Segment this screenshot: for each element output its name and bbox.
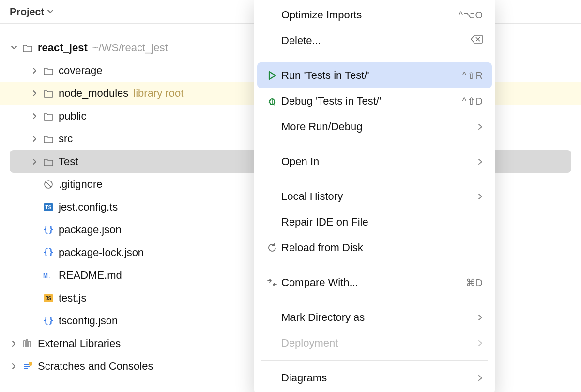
menu-item-local-history[interactable]: Local History <box>257 183 492 209</box>
chevron-right-icon[interactable] <box>31 90 38 97</box>
svg-text:{}: {} <box>43 316 54 325</box>
project-path: ~/WS/react_jest <box>92 42 168 54</box>
svg-text:M↓: M↓ <box>43 272 51 279</box>
menu-separator <box>261 179 488 179</box>
menu-item-delete[interactable]: Delete... <box>257 28 492 53</box>
tree-label: package.json <box>59 224 122 236</box>
tree-label: jest.config.ts <box>59 201 118 213</box>
menu-separator <box>261 300 488 300</box>
svg-line-23 <box>269 102 270 103</box>
chevron-down-icon[interactable] <box>11 45 17 51</box>
menu-item-debug-tests[interactable]: Debug 'Tests in Test/' ^⇧D <box>257 88 492 114</box>
svg-text:{}: {} <box>43 225 54 234</box>
menu-label: Open In <box>281 155 474 168</box>
menu-label: Reload from Disk <box>281 241 483 254</box>
tree-label: .gitignore <box>59 178 103 191</box>
svg-line-26 <box>274 104 275 105</box>
menu-label: Repair IDE on File <box>281 216 483 228</box>
scratches-icon <box>22 361 33 372</box>
menu-label: Delete... <box>281 34 467 47</box>
compare-icon <box>265 278 279 287</box>
markdown-file-icon: M↓ <box>43 270 54 281</box>
run-icon <box>265 71 279 80</box>
tree-label: External Libraries <box>38 337 121 350</box>
menu-item-mark-directory-as[interactable]: Mark Directory as <box>257 304 492 330</box>
menu-label: More Run/Debug <box>281 121 474 133</box>
chevron-right-icon <box>477 311 483 324</box>
menu-item-repair-ide[interactable]: Repair IDE on File <box>257 209 492 235</box>
tree-label: src <box>59 133 73 145</box>
menu-shortcut: ^⇧R <box>462 70 483 81</box>
reload-icon <box>265 243 279 253</box>
chevron-right-icon <box>477 372 483 384</box>
svg-text:JS: JS <box>46 296 52 301</box>
tree-label: public <box>59 110 86 122</box>
menu-item-run-tests[interactable]: Run 'Tests in Test/' ^⇧R <box>257 62 492 88</box>
svg-line-24 <box>274 102 275 103</box>
menu-label: Compare With... <box>281 276 462 289</box>
menu-separator <box>261 144 488 144</box>
tree-label: node_modules <box>59 87 128 100</box>
panel-title: Project <box>10 6 44 17</box>
chevron-right-icon <box>477 337 483 349</box>
chevron-right-icon <box>477 155 483 168</box>
svg-line-1 <box>46 181 51 187</box>
svg-line-25 <box>270 104 271 105</box>
folder-icon <box>22 43 33 53</box>
context-menu[interactable]: Optimize Imports ^⌥O Delete... Run 'Test… <box>254 0 495 392</box>
folder-icon <box>43 134 54 144</box>
menu-label: Run 'Tests in Test/' <box>281 69 458 82</box>
menu-item-diagrams[interactable]: Diagrams <box>257 365 492 391</box>
menu-item-reload-from-disk[interactable]: Reload from Disk <box>257 235 492 260</box>
folder-icon <box>43 156 54 167</box>
chevron-right-icon[interactable] <box>11 340 17 347</box>
svg-point-16 <box>29 362 32 366</box>
folder-icon <box>43 88 54 99</box>
menu-shortcut: ^⌥O <box>459 9 483 21</box>
menu-label: Optimize Imports <box>281 9 455 21</box>
chevron-right-icon[interactable] <box>31 136 38 142</box>
menu-label: Mark Directory as <box>281 311 474 324</box>
ts-file-icon: TS <box>43 202 54 212</box>
menu-separator <box>261 360 488 361</box>
folder-icon <box>43 65 54 76</box>
tree-label: Test <box>59 155 78 168</box>
folder-icon <box>43 111 54 121</box>
svg-rect-10 <box>24 341 25 347</box>
menu-label: Diagrams <box>281 372 474 384</box>
menu-separator <box>261 265 488 265</box>
tree-suffix: library root <box>133 87 183 100</box>
chevron-right-icon <box>477 190 483 203</box>
chevron-right-icon[interactable] <box>31 158 38 165</box>
library-icon <box>22 338 33 349</box>
chevron-right-icon[interactable] <box>31 67 38 74</box>
json-file-icon: {} <box>43 225 54 235</box>
chevron-down-icon <box>47 5 54 18</box>
gitignore-icon <box>43 179 54 190</box>
project-name: react_jest <box>38 42 88 54</box>
menu-shortcut: ⌘D <box>466 277 483 288</box>
tree-label: coverage <box>59 64 103 77</box>
tree-label: README.md <box>59 269 122 282</box>
project-tool-window: Project react_jest ~/WS/react_jest <box>0 0 581 392</box>
delete-key-icon <box>471 34 483 46</box>
js-file-icon: JS <box>43 293 54 303</box>
menu-label: Debug 'Tests in Test/' <box>281 95 458 107</box>
menu-item-optimize-imports[interactable]: Optimize Imports ^⌥O <box>257 2 492 28</box>
menu-item-deployment: Deployment <box>257 330 492 356</box>
menu-label: Deployment <box>281 337 474 349</box>
svg-text:TS: TS <box>46 205 52 210</box>
menu-shortcut: ^⇧D <box>462 95 483 107</box>
svg-rect-12 <box>29 341 30 347</box>
chevron-right-icon[interactable] <box>11 363 17 370</box>
menu-item-open-in[interactable]: Open In <box>257 149 492 174</box>
json-file-icon: {} <box>43 316 54 326</box>
tree-label: package-lock.json <box>59 246 144 259</box>
json-file-icon: {} <box>43 247 54 258</box>
menu-item-compare-with[interactable]: Compare With... ⌘D <box>257 270 492 295</box>
menu-separator <box>261 58 488 58</box>
debug-icon <box>265 96 279 106</box>
menu-item-more-run-debug[interactable]: More Run/Debug <box>257 114 492 139</box>
menu-label: Local History <box>281 190 474 203</box>
chevron-right-icon[interactable] <box>31 113 38 120</box>
